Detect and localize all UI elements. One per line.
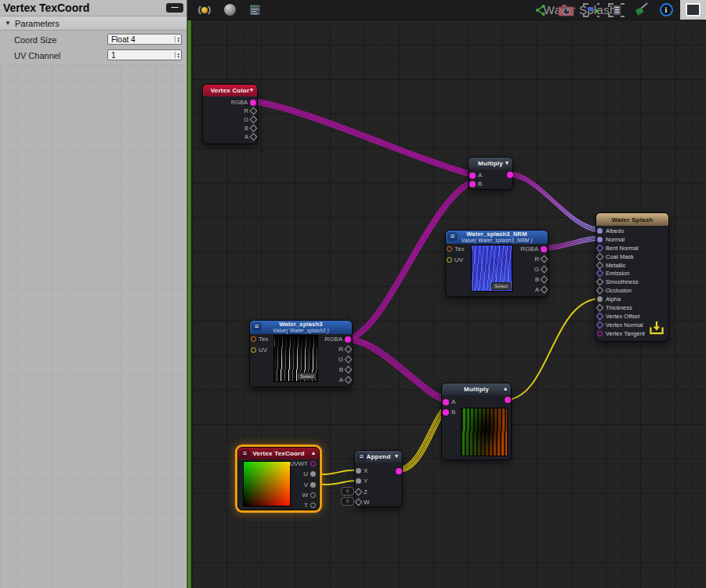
- node-header[interactable]: ≡ Append ▾: [355, 451, 402, 463]
- port-a-output[interactable]: [345, 376, 353, 384]
- port-uvwt-output[interactable]: [310, 461, 316, 466]
- clean-unused-nodes-icon[interactable]: [632, 2, 650, 18]
- node-header[interactable]: Multiply ▾: [469, 158, 512, 169]
- port-occlusion-input[interactable]: [596, 287, 604, 295]
- port-vertex-offset-input[interactable]: [596, 312, 604, 320]
- port-thickness-input[interactable]: [596, 304, 604, 312]
- select-texture-button[interactable]: Select: [297, 372, 317, 380]
- node-header[interactable]: Vertex Color ▾: [203, 85, 257, 96]
- parameters-foldout[interactable]: ▼ Parameters: [0, 16, 186, 31]
- port-g-output[interactable]: [345, 356, 353, 364]
- minimize-panel-button[interactable]: —: [166, 3, 183, 13]
- caret-down-icon[interactable]: ▾: [395, 453, 398, 459]
- port-alpha-input[interactable]: [597, 296, 603, 302]
- info-icon[interactable]: i: [657, 2, 675, 18]
- port-x-input[interactable]: [356, 468, 361, 474]
- port-r-output[interactable]: [250, 107, 258, 115]
- hamburger-menu-icon[interactable]: ≡: [357, 452, 367, 461]
- hamburger-menu-icon[interactable]: ≡: [252, 322, 262, 331]
- port-rgba-output[interactable]: [250, 100, 256, 106]
- caret-down-icon[interactable]: ▾: [250, 87, 253, 93]
- hamburger-menu-icon[interactable]: ≡: [447, 232, 458, 241]
- node-vertex-texcoord-selected[interactable]: ≡ Vertex TexCoord ▴ UVWT U V W T: [237, 447, 320, 510]
- port-b-output[interactable]: [345, 366, 353, 374]
- port-uv-input[interactable]: [447, 257, 452, 263]
- port-y-input[interactable]: [356, 478, 361, 484]
- port-w-output[interactable]: [310, 492, 316, 498]
- foldout-arrow-icon: ▼: [5, 20, 11, 27]
- node-header[interactable]: ≡ Water_splash3_NRM Value( Water_splash3…: [446, 230, 548, 244]
- node-multiply-bottom[interactable]: Multiply ▴ A B: [441, 383, 512, 460]
- screenshot-camera-icon[interactable]: [557, 2, 574, 18]
- port-b-input[interactable]: [443, 409, 449, 416]
- node-master-water-splash[interactable]: Water Splash Albedo Normal Bent Normal C…: [596, 212, 669, 342]
- node-properties-icon[interactable]: [246, 2, 263, 18]
- port-z-input[interactable]: [355, 488, 363, 495]
- port-label: G: [339, 356, 343, 363]
- port-coat-mask-input[interactable]: [596, 252, 604, 260]
- port-metallic-input[interactable]: [596, 261, 604, 269]
- port-label: Occlusion: [606, 287, 632, 294]
- node-header[interactable]: Multiply ▴: [442, 383, 511, 395]
- port-g-output[interactable]: [541, 266, 549, 274]
- port-rgba-output[interactable]: [345, 336, 351, 343]
- node-multiply-top[interactable]: Multiply ▾ A B: [468, 157, 513, 190]
- port-uv-input[interactable]: [251, 347, 256, 353]
- caret-up-icon[interactable]: ▴: [504, 386, 507, 392]
- port-b-output[interactable]: [541, 276, 549, 284]
- port-output[interactable]: [505, 397, 511, 403]
- focus-on-master-node-icon[interactable]: [607, 2, 625, 18]
- focus-on-selection-icon[interactable]: [582, 2, 599, 18]
- node-append[interactable]: ≡ Append ▾ X Y Z W 0 0: [354, 450, 403, 507]
- port-u-output[interactable]: [310, 471, 316, 477]
- port-output[interactable]: [507, 172, 513, 178]
- port-v-output[interactable]: [310, 482, 316, 488]
- default-value-z[interactable]: 0: [341, 487, 354, 495]
- port-w-input[interactable]: [355, 499, 363, 506]
- port-r-output[interactable]: [345, 346, 353, 354]
- port-normal-input[interactable]: [597, 237, 603, 242]
- port-g-output[interactable]: [250, 116, 258, 124]
- caret-down-icon[interactable]: ▾: [505, 160, 509, 166]
- port-emission-input[interactable]: [596, 270, 604, 278]
- port-output[interactable]: [396, 468, 402, 474]
- texture-preview-normal-map[interactable]: Select: [471, 245, 512, 292]
- save-shader-icon[interactable]: [648, 321, 665, 336]
- texture-preview-splash[interactable]: Select: [273, 335, 318, 382]
- port-vertex-normal-input[interactable]: [596, 321, 604, 328]
- select-texture-button[interactable]: Select: [491, 282, 511, 290]
- port-rgba-output[interactable]: [541, 246, 547, 252]
- port-tex-input[interactable]: [251, 336, 256, 342]
- port-b-input[interactable]: [469, 181, 476, 187]
- port-tex-input[interactable]: [447, 246, 452, 252]
- port-a-output[interactable]: [250, 133, 258, 141]
- port-albedo-input[interactable]: [597, 228, 603, 234]
- node-header[interactable]: Water Splash: [596, 213, 668, 226]
- node-vertex-color[interactable]: Vertex Color ▾ RGBA R G B A: [202, 84, 258, 144]
- port-r-output[interactable]: [541, 256, 549, 263]
- share-icon[interactable]: [532, 2, 549, 18]
- node-water-splash3-nrm[interactable]: ≡ Water_splash3_NRM Value( Water_splash3…: [445, 230, 549, 297]
- caret-up-icon[interactable]: ▴: [312, 450, 315, 456]
- port-a-input[interactable]: [443, 399, 449, 405]
- port-t-output[interactable]: [310, 503, 316, 508]
- port-a-input[interactable]: [469, 172, 476, 179]
- port-bent-normal-input[interactable]: [596, 244, 604, 252]
- node-header[interactable]: ≡ Water_splash3 Value( Water_splash3 ): [250, 321, 352, 334]
- node-header[interactable]: ≡ Vertex TexCoord ▴: [238, 448, 319, 459]
- default-value-w[interactable]: 0: [341, 497, 354, 506]
- port-a-output[interactable]: [541, 286, 549, 294]
- port-label: UV: [259, 347, 267, 354]
- uv-channel-dropdown[interactable]: 1 ▴▾: [107, 49, 182, 60]
- port-label: Emission: [606, 270, 629, 277]
- node-water-splash3[interactable]: ≡ Water_splash3 Value( Water_splash3 ) T…: [249, 320, 353, 387]
- preview-sphere-icon[interactable]: [221, 2, 238, 18]
- live-preview-animation-icon[interactable]: [196, 2, 213, 18]
- port-vertex-tangent-input[interactable]: [597, 331, 603, 336]
- port-smoothness-input[interactable]: [596, 278, 604, 286]
- port-b-output[interactable]: [250, 125, 258, 132]
- maximize-button[interactable]: [680, 0, 706, 20]
- hamburger-menu-icon[interactable]: ≡: [240, 449, 250, 458]
- coord-size-dropdown[interactable]: Float 4 ▴▾: [107, 34, 182, 45]
- port-label: Thickness: [606, 304, 632, 311]
